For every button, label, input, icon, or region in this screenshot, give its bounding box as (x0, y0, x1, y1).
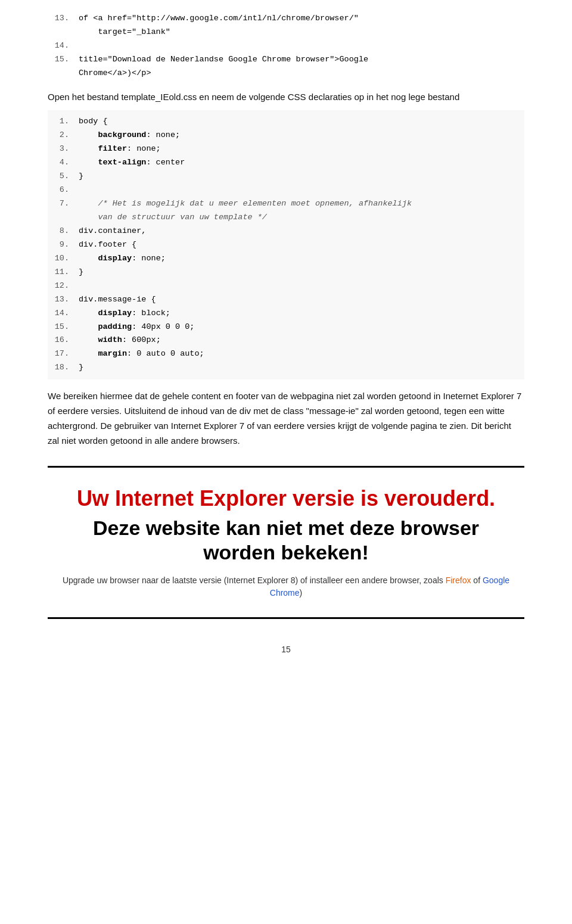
code-line-12: 12. (48, 279, 524, 293)
code-line-14: 14. display: block; (48, 307, 524, 321)
ie-warning-box: Uw Internet Explorer versie is verouderd… (48, 466, 524, 619)
line-num-blank2 (48, 67, 69, 80)
line-content-13: of <a href="http://www.google.com/intl/n… (79, 12, 359, 26)
code-line-11: 11. } (48, 266, 524, 279)
code-line-3: 3. filter: none; (48, 142, 524, 156)
ie-warning-subtitle: Upgrade uw browser naar de laatste versi… (60, 574, 512, 599)
code-line-1: 1. body { (48, 115, 524, 129)
ie-warning-title2: Deze website kan niet met deze browser w… (60, 516, 512, 565)
page-content: 13. of <a href="http://www.google.com/in… (0, 0, 572, 924)
code-line-9: 9. div.footer { (48, 238, 524, 252)
ie-warning-title1: Uw Internet Explorer versie is verouderd… (60, 486, 512, 511)
code-line-10: 10. display: none; (48, 252, 524, 266)
code-line-7b: van de structuur van uw template */ (48, 211, 524, 225)
top-code-line-3: 14. (48, 39, 524, 53)
line-num-13: 13. (48, 12, 69, 26)
code-line-18: 18. } (48, 361, 524, 375)
line-content-blank1: target="_blank" (79, 26, 170, 39)
close-paren: ) (300, 588, 303, 598)
ie-of-label: of (473, 575, 483, 585)
code-line-7a: 7. /* Het is mogelijk dat u meer element… (48, 197, 524, 211)
top-code-line-5: Chrome</a>)</p> (48, 67, 524, 80)
code-line-16: 16. width: 600px; (48, 334, 524, 347)
line-content-blank2: Chrome</a>)</p> (79, 67, 151, 80)
code-line-15: 15. padding: 40px 0 0 0; (48, 321, 524, 334)
line-content-15: title="Download de Nederlandse Google Ch… (79, 53, 368, 67)
main-code-block: 1. body { 2. background: none; 3. filter… (48, 110, 524, 379)
code-line-5: 5. } (48, 170, 524, 183)
top-code-block: 13. of <a href="http://www.google.com/in… (48, 12, 524, 80)
code-line-13: 13. div.message-ie { (48, 293, 524, 307)
ie-subtitle-text: Upgrade uw browser naar de laatste versi… (63, 575, 443, 585)
top-code-line-2: target="_blank" (48, 26, 524, 39)
line-num-14: 14. (48, 39, 69, 53)
top-code-line-4: 15. title="Download de Nederlandse Googl… (48, 53, 524, 67)
code-line-4: 4. text-align: center (48, 156, 524, 170)
code-line-6: 6. (48, 183, 524, 197)
intro-paragraph: Open het bestand template_IEold.css en n… (48, 90, 524, 105)
line-num-blank1 (48, 26, 69, 39)
code-line-2: 2. background: none; (48, 129, 524, 142)
code-line-17: 17. margin: 0 auto 0 auto; (48, 347, 524, 361)
top-code-line-1: 13. of <a href="http://www.google.com/in… (48, 12, 524, 26)
firefox-link[interactable]: Firefox (446, 575, 471, 585)
page-number: 15 (48, 643, 524, 656)
line-num-15: 15. (48, 53, 69, 67)
code-line-8: 8. div.container, (48, 225, 524, 238)
body-paragraph: We bereiken hiermee dat de gehele conten… (48, 389, 524, 448)
